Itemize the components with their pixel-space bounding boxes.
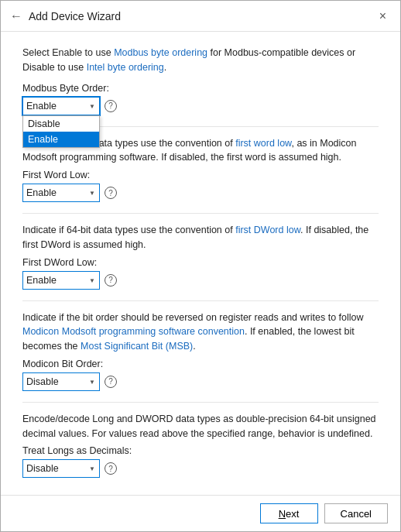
wizard-window: ← Add Device Wizard × Select Enable to u… [0,0,401,532]
treat-longs-row: Disable ? [22,459,379,478]
treat-longs-value: Disable [26,463,59,474]
next-label: Next [279,508,300,520]
treat-longs-section: Encode/decode Long and DWORD data types … [22,412,379,479]
first-word-low-select[interactable]: Enable [22,184,100,202]
first-word-low-row: Enable ? [22,184,379,202]
first-dword-low-help[interactable]: ? [105,274,117,287]
window-title: Add Device Wizard [29,10,121,22]
intro-section: Select Enable to use Modbus byte orderin… [22,46,379,115]
cancel-button[interactable]: Cancel [324,503,388,523]
divider-4 [22,402,379,403]
first-word-low-label: First Word Low: [22,170,379,180]
close-button[interactable]: × [375,9,391,24]
next-underline: N [279,508,286,520]
treat-longs-label: Treat Longs as Decimals: [22,445,379,456]
modicon-bit-order-help[interactable]: ? [105,376,117,388]
modicon-bit-order-select[interactable]: Disable [22,372,100,391]
modicon-bit-order-text: Indicate if the bit order should be reve… [22,311,379,354]
modicon-bit-order-row: Disable ? [22,372,379,391]
first-word-low-value: Enable [26,187,57,198]
title-bar: ← Add Device Wizard × [1,1,400,32]
treat-longs-select[interactable]: Disable [22,459,100,478]
first-dword-low-row: Enable ? [22,271,379,290]
modbus-byte-order-label: Modbus Byte Order: [22,83,379,94]
treat-longs-help[interactable]: ? [105,462,117,475]
next-button[interactable]: Next [260,503,318,523]
modbus-byte-order-dropdown: Disable Enable [22,115,100,148]
modbus-byte-order-container[interactable]: Enable Disable Enable [22,97,100,115]
footer: Next Cancel [1,495,400,531]
dropdown-item-disable[interactable]: Disable [23,116,99,132]
content-area: Select Enable to use Modbus byte orderin… [1,32,400,495]
intro-text-content: Select Enable to use Modbus byte orderin… [22,47,355,73]
dropdown-item-enable[interactable]: Enable [23,132,99,147]
modbus-byte-order-select[interactable]: Enable [22,97,100,115]
modicon-bit-order-label: Modicon Bit Order: [22,359,379,369]
first-dword-low-section: Indicate if 64-bit data types use the co… [22,223,379,290]
divider-3 [22,300,379,301]
modbus-byte-order-help[interactable]: ? [105,100,117,112]
divider-2 [22,213,379,214]
intro-text: Select Enable to use Modbus byte orderin… [22,46,379,75]
cancel-label: Cancel [341,508,372,520]
modbus-byte-order-value: Enable [26,101,57,112]
first-dword-low-select[interactable]: Enable [22,271,100,290]
modbus-byte-order-row: Enable Disable Enable ? [22,97,379,115]
first-word-low-help[interactable]: ? [105,187,117,199]
modicon-bit-order-value: Disable [26,376,59,387]
first-word-low-container[interactable]: Enable [22,184,100,202]
first-dword-low-value: Enable [26,275,57,286]
back-button[interactable]: ← [10,10,22,22]
treat-longs-text: Encode/decode Long and DWORD data types … [22,412,379,441]
treat-longs-container[interactable]: Disable [22,459,100,478]
first-dword-low-text: Indicate if 64-bit data types use the co… [22,223,379,252]
modicon-bit-order-section: Indicate if the bit order should be reve… [22,311,379,391]
modicon-bit-order-container[interactable]: Disable [22,372,100,391]
first-dword-low-label: First DWord Low: [22,257,379,268]
first-dword-low-container[interactable]: Enable [22,271,100,290]
